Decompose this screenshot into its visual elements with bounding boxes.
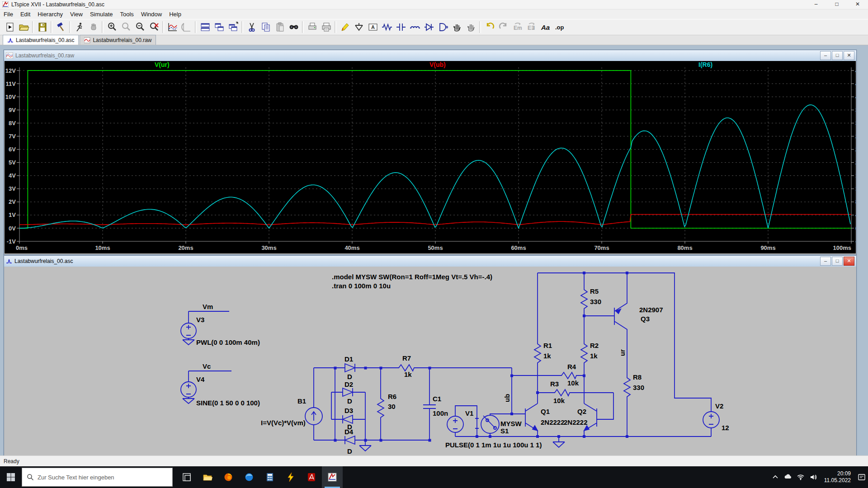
efficiency-report-button[interactable] [179,20,193,34]
text-annotation-button[interactable]: Aa [538,20,552,34]
tab-schematic[interactable]: Lastabwurfrelais_00.asc [3,35,79,45]
net-label-ub: ub [503,394,511,402]
tray-onedrive-cloud[interactable] [782,466,794,488]
inductor-button[interactable] [408,20,422,34]
zoom-out-button[interactable] [133,20,147,34]
component-button[interactable] [436,20,450,34]
trace-label-I(R6)[interactable]: I(R6) [698,61,712,68]
d1-ref: D1 [344,355,353,363]
schematic-window-titlebar[interactable]: Lastabwurfrelais_00.asc – □ ✕ [4,256,856,267]
edit-pencil-button[interactable] [338,20,352,34]
run-button[interactable] [72,20,86,34]
schematic-restore-button[interactable]: □ [832,257,843,266]
net-label-button[interactable]: A [366,20,380,34]
tray-chevron-up[interactable] [769,466,782,488]
resistor-button[interactable] [380,20,394,34]
trace-label-V(ur)[interactable]: V(ur) [155,61,170,68]
paste-button[interactable] [273,20,287,34]
halt-icon [88,22,99,33]
taskbar-app-edge[interactable] [239,466,259,488]
zoom-in-button[interactable] [105,20,119,34]
find-icon [288,22,299,33]
new-schematic-button[interactable] [3,20,17,34]
tray-network[interactable] [794,466,807,488]
ltspice-icon [327,472,337,482]
spice-directive-button[interactable]: .op [552,20,566,34]
r8-value: 330 [633,384,644,391]
menu-view[interactable]: View [66,10,86,19]
toolbar: AEmE∃Aa.op [0,19,868,35]
waveform-minimize-button[interactable]: – [820,51,831,60]
taskbar-search-input[interactable]: Zur Suche Text hier eingeben [22,468,173,487]
taskbar-app-file-explorer[interactable] [197,466,218,488]
trace-label-V(ub)[interactable]: V(ub) [429,61,446,68]
svg-text:Em: Em [514,25,522,31]
schematic-close-button[interactable]: ✕ [844,257,854,266]
waveform-close-button[interactable]: ✕ [844,51,854,60]
waveform-window-titlebar[interactable]: Lastabwurfrelais_00.raw – □ ✕ [4,50,856,61]
q1-ref: Q1 [541,408,550,415]
notification-center-button[interactable] [855,466,868,488]
ground-icon [354,22,364,33]
diode-button[interactable] [422,20,436,34]
app-close-button[interactable]: ✕ [848,0,867,9]
print-preview-button[interactable] [305,20,319,34]
menu-tools[interactable]: Tools [117,10,137,19]
menu-file[interactable]: File [0,10,17,19]
zoom-back-button[interactable] [119,20,133,34]
menu-window[interactable]: Window [137,10,165,19]
app-minimize-button[interactable]: – [807,0,826,9]
taskbar-app-flash-tool[interactable] [280,466,301,488]
app-maximize-button[interactable]: □ [827,0,846,9]
open-file-button[interactable] [17,20,31,34]
taskbar-app-ltspice[interactable] [322,466,343,488]
tray-volume[interactable] [807,466,820,488]
print-button[interactable] [319,20,333,34]
ltspice-app: LTspice XVII - Lastabwurfrelais_00.asc –… [0,0,868,488]
find-button[interactable] [287,20,301,34]
zoom-full-extents-button[interactable] [147,20,161,34]
tile-vertical-button[interactable] [212,20,226,34]
taskbar-app-acrobat[interactable] [301,466,322,488]
taskbar-clock[interactable]: 20:09 11.05.2022 [820,470,855,484]
schematic-canvas[interactable]: .model MYSW SW(Ron=1 Roff=1Meg Vt=.5 Vh=… [5,267,856,456]
component-icon [438,22,448,33]
s1-model: MYSW [500,420,522,427]
menu-hierarchy[interactable]: Hierarchy [34,10,66,19]
menu-help[interactable]: Help [165,10,185,19]
capacitor-button[interactable] [394,20,408,34]
waveform-plot[interactable]: 0ms10ms20ms30ms40ms50ms60ms70ms80ms90ms1… [5,61,856,253]
undo-button[interactable] [482,20,496,34]
save-button[interactable] [35,20,49,34]
start-button[interactable] [0,466,22,488]
tile-horizontal-button[interactable] [198,20,212,34]
drag-button[interactable] [464,20,478,34]
taskbar-app-calculator[interactable] [259,466,280,488]
taskbar-apps [176,466,343,488]
r3-ref: R3 [550,380,559,388]
cut-button[interactable] [245,20,259,34]
marker-prev-button[interactable]: Em [510,20,524,34]
ground-button[interactable] [352,20,366,34]
taskbar-app-firefox[interactable] [218,466,239,488]
r5-value: 330 [590,298,601,305]
menu-simulate[interactable]: Simulate [86,10,117,19]
move-button[interactable] [450,20,464,34]
copy-button[interactable] [259,20,273,34]
control-panel-button[interactable] [54,20,68,34]
waveform-restore-button[interactable]: □ [832,51,843,60]
tab-waveform[interactable]: Lastabwurfrelais_00.raw [80,35,156,45]
menu-edit[interactable]: Edit [17,10,34,19]
halt-button[interactable] [86,20,100,34]
taskbar-app-task-view[interactable] [176,466,197,488]
v1-value: PULSE(0 1 1m 1u 1u 100u 1 1) [445,441,542,449]
y-axis-left-tick: 10V [5,94,16,100]
redo-button[interactable] [496,20,510,34]
toolbar-separator [69,21,71,33]
autorange-y-button[interactable] [165,20,179,34]
tile-vertical-icon [214,22,225,33]
schematic-minimize-button[interactable]: – [820,257,831,266]
cascade-windows-button[interactable] [226,20,240,34]
calculator-icon [265,472,275,482]
marker-next-button[interactable]: E∃ [524,20,538,34]
